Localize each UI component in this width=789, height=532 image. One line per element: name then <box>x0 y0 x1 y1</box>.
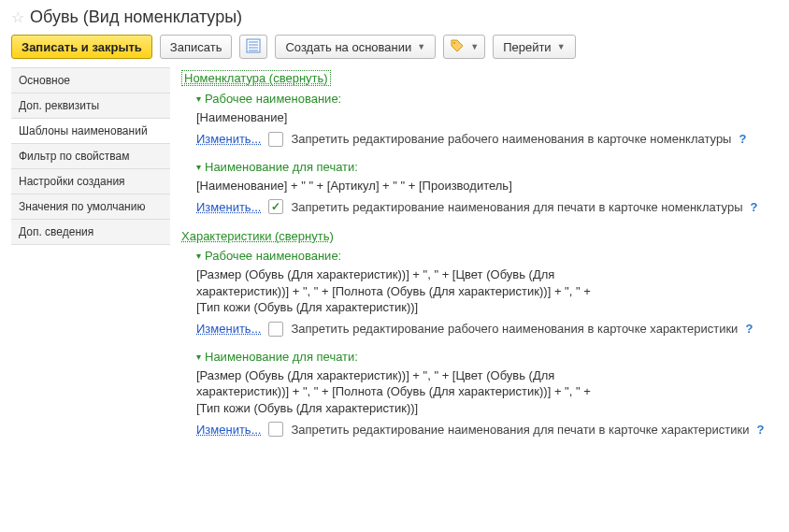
tag-icon-button[interactable]: ▼ <box>443 35 485 59</box>
star-icon[interactable]: ☆ <box>11 8 24 26</box>
tab-prop-filter[interactable]: Фильтр по свойствам <box>11 143 170 169</box>
side-tabs: Основное Доп. реквизиты Шаблоны наименов… <box>11 68 170 450</box>
svg-point-5 <box>453 42 455 44</box>
tab-dop-info[interactable]: Доп. сведения <box>11 219 170 245</box>
char-print-head-label: Наименование для печати: <box>205 350 358 364</box>
chevron-down-icon: ▾ <box>196 352 201 362</box>
nomen-print-edit-link[interactable]: Изменить... <box>196 200 261 214</box>
body: Основное Доп. реквизиты Шаблоны наименов… <box>11 68 778 450</box>
tab-dop-props[interactable]: Доп. реквизиты <box>11 93 170 119</box>
nomen-work-head: ▾ Рабочее наименование: <box>196 92 774 106</box>
nomen-print-block: ▾ Наименование для печати: [Наименование… <box>196 160 774 215</box>
char-work-block: ▾ Рабочее наименование: [Размер (Обувь (… <box>196 249 774 337</box>
chevron-down-icon: ▾ <box>196 162 201 172</box>
char-work-lock-label: Запретить редактирование рабочего наимен… <box>291 322 738 336</box>
tab-naming-templates[interactable]: Шаблоны наименований <box>11 118 170 144</box>
nomen-print-head: ▾ Наименование для печати: <box>196 160 774 174</box>
write-button[interactable]: Записать <box>160 35 233 59</box>
char-work-edit-link[interactable]: Изменить... <box>196 322 261 336</box>
nomen-work-head-label: Рабочее наименование: <box>205 92 341 106</box>
char-print-lock-checkbox[interactable] <box>268 422 283 437</box>
char-work-actions: Изменить... Запретить редактирование раб… <box>196 322 774 337</box>
chevron-down-icon: ▾ <box>196 251 201 261</box>
tab-main[interactable]: Основное <box>11 67 170 93</box>
nomen-work-lock-label: Запретить редактирование рабочего наимен… <box>291 132 731 146</box>
chevron-down-icon: ▼ <box>557 42 566 51</box>
content: Номенклатура (свернуть) ▾ Рабочее наимен… <box>178 68 778 450</box>
tab-creation-settings[interactable]: Настройки создания <box>11 168 170 194</box>
section-char-toggle[interactable]: Характеристики (свернуть) <box>181 229 334 243</box>
chevron-down-icon: ▾ <box>196 93 201 104</box>
nomen-print-head-label: Наименование для печати: <box>205 160 358 174</box>
nomen-work-block: ▾ Рабочее наименование: [Наименование] И… <box>196 92 774 147</box>
char-print-edit-link[interactable]: Изменить... <box>196 423 261 437</box>
write-and-close-button[interactable]: Записать и закрыть <box>11 35 152 59</box>
tag-icon <box>450 38 465 56</box>
char-print-actions: Изменить... Запретить редактирование наи… <box>196 422 774 437</box>
go-label: Перейти <box>503 40 552 54</box>
nomen-print-lock-label: Запретить редактирование наименования дл… <box>291 200 742 214</box>
list-icon-button[interactable] <box>239 35 267 59</box>
list-icon <box>246 38 261 56</box>
help-icon[interactable]: ? <box>739 132 746 146</box>
nomen-work-edit-link[interactable]: Изменить... <box>196 132 261 146</box>
nomen-print-formula: [Наименование] + " " + [Артикул] + " " +… <box>196 178 608 194</box>
help-icon[interactable]: ? <box>745 322 753 336</box>
char-work-head: ▾ Рабочее наименование: <box>196 249 774 263</box>
nomen-work-lock-checkbox[interactable] <box>268 132 283 147</box>
chevron-down-icon: ▼ <box>417 42 425 51</box>
char-print-head: ▾ Наименование для печати: <box>196 350 774 364</box>
create-from-button[interactable]: Создать на основании ▼ <box>275 35 436 59</box>
nomen-work-actions: Изменить... Запретить редактирование раб… <box>196 132 774 147</box>
char-work-lock-checkbox[interactable] <box>268 322 283 337</box>
chevron-down-icon: ▼ <box>470 42 479 51</box>
title-row: ☆ Обувь (Вид номенклатуры) <box>11 7 778 27</box>
char-work-head-label: Рабочее наименование: <box>205 249 341 263</box>
go-button[interactable]: Перейти ▼ <box>493 35 575 59</box>
section-nomen-toggle[interactable]: Номенклатура (свернуть) <box>181 70 331 86</box>
page-root: ☆ Обувь (Вид номенклатуры) Записать и за… <box>0 0 789 532</box>
toolbar: Записать и закрыть Записать Создать на о… <box>11 35 778 59</box>
page-title: Обувь (Вид номенклатуры) <box>30 7 242 27</box>
help-icon[interactable]: ? <box>756 423 764 437</box>
nomen-print-lock-checkbox[interactable] <box>268 199 283 214</box>
char-print-formula: [Размер (Обувь (Для характеристик))] + "… <box>196 367 608 417</box>
nomen-print-actions: Изменить... Запретить редактирование наи… <box>196 199 774 214</box>
tab-default-values[interactable]: Значения по умолчанию <box>11 194 170 220</box>
char-print-block: ▾ Наименование для печати: [Размер (Обув… <box>196 350 774 438</box>
char-work-formula: [Размер (Обувь (Для характеристик))] + "… <box>196 266 608 316</box>
help-icon[interactable]: ? <box>751 200 758 214</box>
nomen-work-formula: [Наименование] <box>196 109 608 126</box>
char-print-lock-label: Запретить редактирование наименования дл… <box>291 423 749 437</box>
create-from-label: Создать на основании <box>285 40 411 54</box>
